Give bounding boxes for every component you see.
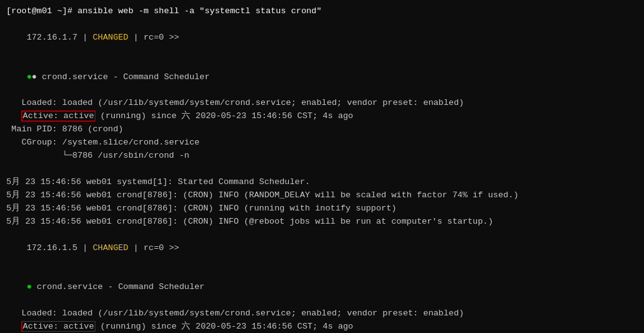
- host1-loaded: Loaded: loaded (/usr/lib/systemd/system/…: [6, 97, 638, 110]
- host1-dot: ●: [26, 72, 31, 82]
- host1-active-label: Active: active: [21, 111, 95, 121]
- host2-changed: CHANGED: [93, 243, 129, 253]
- host2-active-rest: (running) since 六 2020-05-23 15:46:56 CS…: [95, 322, 353, 331]
- host1-changed: CHANGED: [93, 33, 129, 42]
- host1-log2: 5月 23 15:46:56 web01 crond[8786]: (CRON)…: [6, 189, 638, 202]
- host2-header: 172.16.1.5 | CHANGED | rc=0 >>: [6, 229, 638, 268]
- host2-service-title: ● crond.service - Command Scheduler: [6, 268, 638, 307]
- host1-active-rest: (running) since 六 2020-05-23 15:46:56 CS…: [95, 111, 353, 121]
- prompt-line: [root@m01 ~]# ansible web -m shell -a "s…: [6, 5, 638, 18]
- host1-ip: 172.16.1.7 |: [26, 33, 92, 42]
- host1-log3: 5月 23 15:46:56 web01 crond[8786]: (CRON)…: [6, 202, 638, 216]
- host2-dot: ●: [26, 282, 31, 292]
- host1-log4: 5月 23 15:46:56 web01 crond[8786]: (CRON)…: [6, 216, 638, 229]
- host2-active-label: Active: active: [21, 321, 95, 332]
- host1-header: 172.16.1.7 | CHANGED | rc=0 >>: [6, 18, 638, 58]
- host1-log1: 5月 23 15:46:56 web01 systemd[1]: Started…: [6, 176, 638, 189]
- host1-active: Active: active (running) since 六 2020-05…: [6, 110, 638, 123]
- host2-ip: 172.16.1.5 |: [26, 243, 92, 253]
- host1-service-title: ●● crond.service - Command Scheduler: [6, 58, 638, 97]
- host1-empty: [6, 163, 638, 176]
- terminal: [root@m01 ~]# ansible web -m shell -a "s…: [6, 5, 638, 328]
- host1-cgroup-sub: └─8786 /usr/sbin/crond -n: [6, 150, 638, 163]
- host1-cgroup: CGroup: /system.slice/crond.service: [6, 136, 638, 150]
- host1-rc: | rc=0 >>: [128, 33, 179, 42]
- host2-rc: | rc=0 >>: [128, 243, 179, 253]
- host2-active: Active: active (running) since 六 2020-05…: [6, 320, 638, 333]
- host2-loaded: Loaded: loaded (/usr/lib/systemd/system/…: [6, 307, 638, 320]
- host1-main-pid: Main PID: 8786 (crond): [6, 123, 638, 136]
